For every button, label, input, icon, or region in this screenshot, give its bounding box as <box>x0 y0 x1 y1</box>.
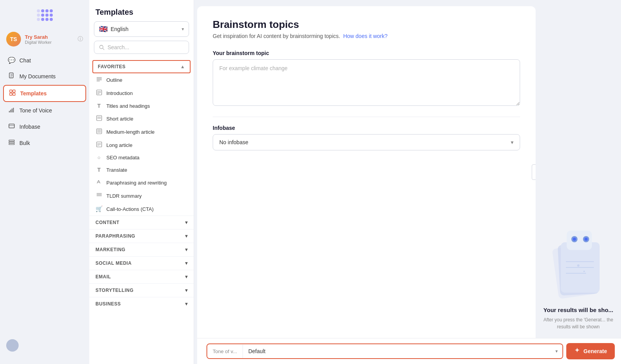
template-item-introduction[interactable]: Introduction <box>89 86 194 100</box>
chevron-down-icon: ▾ <box>185 233 188 239</box>
sidebar-item-label: Tone of Voice <box>19 107 52 114</box>
template-item-tldr[interactable]: TLDR summary <box>89 189 194 202</box>
topic-label: Your brainstorm topic <box>213 50 520 56</box>
section-content[interactable]: CONTENT ▾ <box>89 216 194 229</box>
search-box <box>94 41 189 54</box>
template-label: SEO metadata <box>106 155 139 160</box>
svg-rect-10 <box>12 109 12 112</box>
template-label: Short article <box>106 116 133 122</box>
logo-area <box>0 6 89 29</box>
chevron-down-icon: ▾ <box>185 288 188 293</box>
tone-selector[interactable]: Tone of v... Default ▾ <box>206 343 563 359</box>
svg-rect-9 <box>10 110 11 112</box>
infobase-icon <box>8 123 16 131</box>
sidebar-item-infobase[interactable]: Infobase <box>3 119 86 135</box>
favorites-label: FAVORITES <box>98 64 126 69</box>
bulk-icon <box>8 139 16 147</box>
infobase-label: Infobase <box>213 125 520 131</box>
avatar: TS <box>6 32 21 47</box>
generate-icon <box>574 347 580 355</box>
favorites-section-header[interactable]: FAVORITES ▲ <box>92 60 191 73</box>
content-area: ‹ Brainstorm topics Get inspiration for … <box>194 0 621 338</box>
section-label: EMAIL <box>95 274 111 279</box>
chevron-down-icon: ▾ <box>185 247 188 252</box>
template-label: Introduction <box>106 90 133 96</box>
tone-prefix-label: Tone of v... <box>207 345 243 358</box>
generate-button[interactable]: Generate <box>566 343 615 359</box>
form-panel: ‹ Brainstorm topics Get inspiration for … <box>197 6 536 338</box>
right-decoration: Your results will be sho... After you pr… <box>536 0 621 338</box>
template-label: Translate <box>106 167 127 173</box>
user-role: Digital Worker <box>25 40 52 45</box>
user-section: TS Try Sarah Digital Worker ⓘ <box>0 29 89 53</box>
seo-icon: ○ <box>95 155 102 160</box>
section-business[interactable]: BUSINESS ▾ <box>89 297 194 311</box>
template-label: TLDR summary <box>106 193 142 199</box>
templates-list: FAVORITES ▲ Outline Introduction T Title… <box>89 59 194 364</box>
template-item-cta[interactable]: 🛒 Call-to-Actions (CTA) <box>89 202 194 216</box>
section-label: PARAPHRASING <box>95 233 135 239</box>
tone-icon <box>8 107 16 114</box>
infobase-selector[interactable]: No infobase ▾ <box>213 134 520 150</box>
sidebar-bottom-avatar <box>6 339 19 352</box>
templates-panel: Templates 🇬🇧 English ▾ FAVORITES ▲ Outli… <box>89 0 194 364</box>
divider <box>213 117 520 117</box>
chevron-down-icon: ▾ <box>511 139 513 145</box>
svg-rect-4 <box>10 90 12 92</box>
main-content: ‹ Brainstorm topics Get inspiration for … <box>194 0 621 364</box>
topic-textarea[interactable] <box>213 59 520 106</box>
sidebar-item-tone-of-voice[interactable]: Tone of Voice <box>3 103 86 118</box>
introduction-icon <box>95 90 102 97</box>
favorites-chevron-icon: ▲ <box>180 64 185 69</box>
svg-rect-6 <box>10 93 12 95</box>
language-selector[interactable]: 🇬🇧 English ▾ <box>94 21 189 37</box>
language-value: English <box>111 26 179 32</box>
section-paraphrasing[interactable]: PARAPHRASING ▾ <box>89 229 194 243</box>
page-title: Brainstorm topics <box>213 19 520 31</box>
section-marketing[interactable]: MARKETING ▾ <box>89 243 194 256</box>
chevron-down-icon: ▾ <box>185 301 188 307</box>
short-article-icon <box>95 115 102 122</box>
search-input[interactable] <box>108 44 184 50</box>
chevron-down-icon: ▾ <box>182 26 184 32</box>
svg-point-49 <box>577 264 579 267</box>
templates-icon <box>9 90 16 97</box>
sidebar-item-templates[interactable]: Templates <box>3 85 86 102</box>
documents-icon <box>8 72 16 80</box>
sidebar-item-label: Bulk <box>19 140 30 146</box>
chevron-down-icon: ▾ <box>185 260 188 266</box>
titles-icon: T <box>95 103 102 109</box>
svg-rect-14 <box>9 140 14 141</box>
info-icon[interactable]: ⓘ <box>78 36 83 43</box>
sidebar-bottom <box>0 333 89 358</box>
sidebar-item-label: Chat <box>19 57 31 64</box>
sidebar: TS Try Sarah Digital Worker ⓘ 💬 Chat My … <box>0 0 89 364</box>
medium-article-icon <box>95 128 102 135</box>
template-item-medium-article[interactable]: Medium-length article <box>89 125 194 138</box>
tone-chevron-icon: ▾ <box>551 345 562 358</box>
svg-rect-7 <box>13 93 15 95</box>
template-item-outline[interactable]: Outline <box>89 73 194 86</box>
template-item-long-article[interactable]: Long article <box>89 138 194 152</box>
svg-rect-8 <box>9 111 10 112</box>
infobase-group: Infobase No infobase ▾ <box>213 125 520 150</box>
section-social-media[interactable]: SOCIAL MEDIA ▾ <box>89 256 194 270</box>
template-label: Call-to-Actions (CTA) <box>106 206 154 212</box>
how-link[interactable]: How does it work? <box>343 33 387 39</box>
template-item-seo-metadata[interactable]: ○ SEO metadata <box>89 152 194 164</box>
sidebar-item-my-documents[interactable]: My Documents <box>3 69 86 84</box>
template-item-titles-headings[interactable]: T Titles and headings <box>89 100 194 112</box>
template-item-paraphrasing[interactable]: Paraphrasing and rewriting <box>89 176 194 189</box>
template-item-translate[interactable]: T Translate <box>89 164 194 176</box>
section-label: BUSINESS <box>95 301 121 307</box>
sidebar-item-chat[interactable]: 💬 Chat <box>3 53 86 68</box>
section-label: STORYTELLING <box>95 288 134 293</box>
template-item-short-article[interactable]: Short article <box>89 112 194 125</box>
collapse-button[interactable]: ‹ <box>532 164 536 180</box>
bottom-toolbar: Tone of v... Default ▾ Generate <box>197 338 621 364</box>
section-storytelling[interactable]: STORYTELLING ▾ <box>89 283 194 297</box>
sidebar-item-bulk[interactable]: Bulk <box>3 135 86 151</box>
chevron-down-icon: ▾ <box>185 274 188 279</box>
section-email[interactable]: EMAIL ▾ <box>89 270 194 283</box>
svg-point-50 <box>583 271 585 272</box>
